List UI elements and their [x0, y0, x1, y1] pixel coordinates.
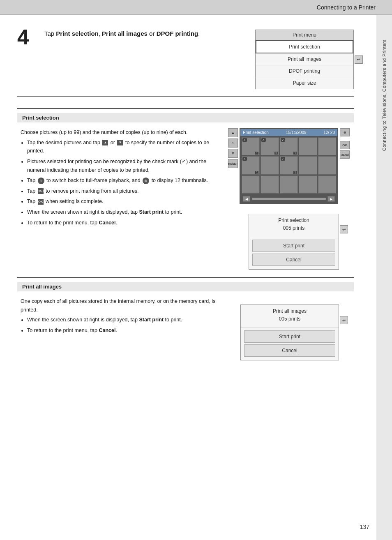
- zoom-in-icon: ⊕: [143, 178, 149, 184]
- print-selection-wrapper: Print selection Choose pictures (up to 9…: [17, 108, 354, 270]
- print-selection-content: Choose pictures (up to 99) and the numbe…: [17, 128, 354, 270]
- step-bold2: Print all images: [102, 30, 148, 37]
- thumb-9[interactable]: [299, 156, 317, 174]
- print-selection-left: Choose pictures (up to 99) and the numbe…: [21, 128, 220, 270]
- print-menu-items: Print selection Print all images DPOF pr…: [256, 40, 353, 89]
- camera-title: Print selection: [243, 130, 269, 135]
- dialog-start-print-button-2[interactable]: Start print: [244, 330, 335, 343]
- reset-button[interactable]: RESET: [228, 159, 238, 168]
- bullet-3: Tap ⊖ to switch back to full-frame playb…: [27, 176, 220, 185]
- thumb-11[interactable]: [242, 175, 260, 194]
- step-bold1: Print selection: [56, 30, 98, 37]
- nav-scroll-bar[interactable]: [252, 198, 326, 200]
- start-print-label-1: Start print: [139, 209, 164, 215]
- step-text-or: or: [148, 30, 157, 37]
- ok-icon: OK: [38, 199, 44, 205]
- dialog-all-count: 005 prints: [241, 315, 339, 326]
- zoom-out-cam-button[interactable]: ⊖: [340, 128, 350, 136]
- dialog-selection-title: Print selection: [249, 214, 339, 224]
- nav-left-button[interactable]: ◀: [243, 196, 250, 202]
- header-bar: Connecting to a Printer: [0, 0, 392, 15]
- thumb-2[interactable]: 1: [261, 137, 279, 155]
- step-bold3: DPOF printing: [157, 30, 198, 37]
- thumb-12[interactable]: [261, 175, 279, 194]
- frame-number: 1: [228, 138, 238, 148]
- dialog-start-print-button-1[interactable]: Start print: [252, 240, 335, 252]
- dialog-divider-1: [249, 237, 339, 237]
- print-menu-back-button[interactable]: ↩: [355, 55, 363, 64]
- print-all-dialog: Print all images 005 prints Start print …: [240, 305, 339, 360]
- dialog-back-button-2[interactable]: ↩: [340, 316, 348, 324]
- reset-icon: RST: [38, 188, 44, 194]
- camera-screen: Print selection 15/11/2009 12/ 20 1 1 1 …: [240, 128, 338, 204]
- print-menu-item-all[interactable]: Print all images: [256, 53, 353, 65]
- thumb-3[interactable]: 1: [280, 137, 298, 155]
- camera-right-controls: ⊖ OK MENU: [340, 128, 350, 159]
- sidebar-vertical-text: Connecting to Televisions, Computers and…: [382, 39, 387, 151]
- camera-left-controls: ▲ 1 ▼ RESET: [228, 128, 238, 168]
- cancel-label-2: Cancel: [99, 328, 115, 333]
- dialog-selection-count: 005 prints: [249, 224, 339, 235]
- print-all-bullets: When the screen shown at right is displa…: [27, 316, 233, 335]
- camera-date: 15/11/2009: [286, 130, 306, 135]
- menu-cam-button[interactable]: MENU: [340, 150, 350, 159]
- thumb-8[interactable]: 1: [280, 156, 298, 174]
- step-4-text: Tap Print selection, Print all images or…: [44, 26, 245, 39]
- start-print-label-2: Start print: [139, 317, 164, 323]
- dialog-divider-2: [241, 328, 339, 328]
- camera-screen-wrapper: ▲ 1 ▼ RESET Print selection 15/11/2009 1…: [240, 128, 338, 204]
- nav-right-button[interactable]: ▶: [327, 196, 335, 202]
- print-selection-desc: Choose pictures (up to 99) and the numbe…: [21, 128, 220, 137]
- print-all-bullet-2: To return to the print menu, tap Cancel.: [27, 326, 233, 335]
- check-mark: ✓: [182, 159, 186, 164]
- thumb-13[interactable]: [280, 175, 298, 194]
- step-4-section: 4 Tap Print selection, Print all images …: [17, 26, 354, 97]
- cancel-label-1: Cancel: [99, 220, 115, 226]
- dialog-cancel-button-1[interactable]: Cancel: [252, 254, 335, 266]
- thumb-1[interactable]: 1: [242, 137, 260, 155]
- page-number: 137: [360, 524, 369, 530]
- thumb-15[interactable]: [318, 175, 336, 194]
- right-sidebar: Connecting to Televisions, Computers and…: [376, 15, 392, 540]
- thumb-10[interactable]: [318, 156, 336, 174]
- zoom-out-icon: ⊖: [38, 178, 44, 184]
- thumb-7[interactable]: [261, 156, 279, 174]
- down-button[interactable]: ▼: [228, 149, 238, 158]
- thumb-14[interactable]: [299, 175, 317, 194]
- camera-screen-top: Print selection 15/11/2009 12/ 20: [240, 129, 337, 136]
- step-number: 4: [17, 26, 35, 48]
- print-menu-title: Print menu: [256, 30, 353, 40]
- print-menu-box: Print menu Print selection Print all ima…: [255, 30, 354, 89]
- print-all-left: One copy each of all pictures stored in …: [21, 297, 233, 360]
- thumb-4[interactable]: [299, 137, 317, 155]
- print-menu-item-paper[interactable]: Paper size: [256, 77, 353, 89]
- print-all-desc: One copy each of all pictures stored in …: [21, 297, 233, 314]
- step-text-suffix: .: [198, 30, 200, 37]
- thumb-6[interactable]: 1: [242, 156, 260, 174]
- dialog-all-title: Print all images: [241, 305, 339, 315]
- print-selection-dialog: Print selection 005 prints Start print C…: [249, 214, 339, 270]
- print-selection-header: Print selection: [17, 113, 354, 122]
- up-arrow-icon: ▲: [102, 140, 108, 145]
- camera-thumbnails: 1 1 1 1 1: [240, 136, 337, 195]
- ok-cam-button[interactable]: OK: [340, 141, 350, 149]
- main-content: 4 Tap Print selection, Print all images …: [0, 15, 376, 379]
- dialog-back-button-1[interactable]: ↩: [340, 225, 348, 233]
- step-text-prefix: Tap: [44, 30, 56, 37]
- thumb-5[interactable]: [318, 137, 336, 155]
- bullet-6: When the screen shown at right is displa…: [27, 208, 220, 217]
- up-button[interactable]: ▲: [228, 128, 238, 137]
- print-all-wrapper: Print all images One copy each of all pi…: [17, 277, 354, 360]
- camera-frame: 12/ 20: [323, 130, 335, 135]
- print-selection-bullets: Tap the desired pictures and tap ▲ or ▼ …: [27, 138, 220, 227]
- dialog-cancel-button-2[interactable]: Cancel: [244, 344, 335, 357]
- print-all-bullet-1: When the screen shown at right is displa…: [27, 316, 233, 324]
- print-menu-item-selection[interactable]: Print selection: [256, 40, 353, 53]
- print-all-header: Print all images: [17, 282, 354, 291]
- bullet-5: Tap OK when setting is complete.: [27, 197, 220, 206]
- down-arrow-icon: ▼: [117, 140, 123, 145]
- print-menu-item-dpof[interactable]: DPOF printing: [256, 65, 353, 77]
- bullet-7: To return to the print menu, tap Cancel.: [27, 219, 220, 227]
- header-title: Connecting to a Printer: [317, 4, 376, 11]
- print-all-content: One copy each of all pictures stored in …: [17, 297, 354, 360]
